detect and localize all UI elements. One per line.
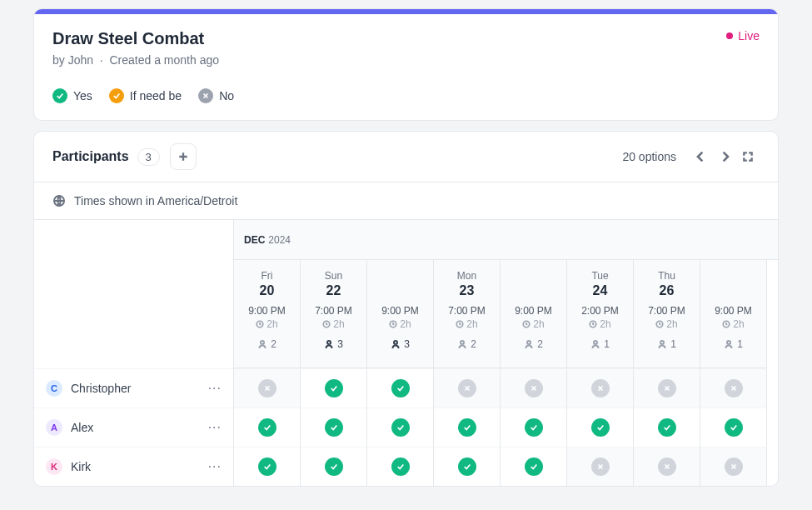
slot-dom: 22 bbox=[326, 283, 341, 298]
vote-cell[interactable] bbox=[634, 408, 700, 447]
check-icon bbox=[525, 418, 543, 437]
slot-header[interactable]: Thu 26 7:00 PM 2h 1 bbox=[634, 260, 700, 368]
vote-row bbox=[234, 368, 778, 408]
svg-point-12 bbox=[594, 341, 597, 344]
slot-count: 1 bbox=[657, 338, 676, 350]
slot-header[interactable]: 9:00 PM 2h 2 bbox=[501, 260, 567, 368]
vote-cell[interactable] bbox=[434, 447, 501, 486]
slot-duration: 2h bbox=[456, 318, 477, 330]
vote-cell[interactable] bbox=[434, 408, 501, 447]
vote-cell[interactable] bbox=[367, 408, 434, 447]
slot-dow: Fri bbox=[262, 270, 273, 282]
check-icon bbox=[725, 418, 743, 437]
check-icon bbox=[391, 418, 410, 437]
slot-time: 7:00 PM bbox=[448, 305, 486, 317]
participant-name: Alex bbox=[71, 421, 200, 434]
options-count: 20 options bbox=[622, 150, 676, 163]
check-icon bbox=[458, 418, 476, 437]
slot-count: 2 bbox=[257, 338, 276, 350]
check-icon bbox=[525, 458, 543, 476]
slots-column: DEC 2024 Fri 20 9:00 PM 2h 2 Sun 22 7:00… bbox=[234, 220, 778, 486]
participant-name: Christopher bbox=[71, 382, 200, 395]
slot-header[interactable]: Mon 23 7:00 PM 2h 2 bbox=[434, 260, 501, 368]
live-label: Live bbox=[738, 29, 760, 42]
x-icon bbox=[198, 88, 213, 103]
svg-point-8 bbox=[461, 341, 464, 344]
avatar: A bbox=[46, 419, 62, 436]
x-icon bbox=[458, 379, 476, 398]
vote-cell[interactable] bbox=[301, 408, 367, 447]
next-button[interactable] bbox=[713, 145, 736, 168]
check-icon bbox=[591, 418, 610, 437]
vote-cell[interactable] bbox=[501, 368, 567, 408]
vote-cell[interactable] bbox=[234, 447, 301, 486]
slot-duration: 2h bbox=[322, 318, 344, 330]
slot-time: 9:00 PM bbox=[515, 305, 552, 317]
legend-yes: Yes bbox=[52, 88, 92, 103]
vote-cell[interactable] bbox=[367, 368, 434, 408]
slot-time: 9:00 PM bbox=[248, 305, 286, 317]
check-icon bbox=[325, 418, 343, 437]
vote-cell[interactable] bbox=[700, 447, 767, 486]
slot-header[interactable]: Fri 20 9:00 PM 2h 2 bbox=[234, 260, 301, 368]
slot-count: 1 bbox=[590, 338, 610, 350]
add-participant-button[interactable] bbox=[170, 143, 197, 170]
slot-dom bbox=[531, 283, 535, 298]
slot-dow: Thu bbox=[658, 270, 675, 282]
slot-header[interactable]: Sun 22 7:00 PM 2h 3 bbox=[301, 260, 367, 368]
vote-cell[interactable] bbox=[567, 447, 634, 486]
more-button[interactable]: ··· bbox=[208, 459, 222, 474]
x-icon bbox=[658, 379, 676, 398]
slot-duration: 2h bbox=[256, 318, 277, 330]
slot-count: 2 bbox=[457, 338, 476, 350]
svg-point-4 bbox=[327, 341, 331, 344]
slot-dom: 24 bbox=[593, 283, 608, 298]
check-icon bbox=[325, 458, 343, 476]
slot-time: 9:00 PM bbox=[381, 305, 419, 317]
more-button[interactable]: ··· bbox=[208, 420, 222, 435]
vote-cell[interactable] bbox=[634, 368, 700, 408]
vote-cell[interactable] bbox=[567, 368, 634, 408]
slot-dom bbox=[398, 283, 401, 298]
timezone-row: Times shown in America/Detroit bbox=[34, 182, 778, 220]
vote-cell[interactable] bbox=[367, 447, 434, 486]
poll-title: Draw Steel Combat bbox=[52, 29, 760, 48]
expand-button[interactable] bbox=[736, 145, 760, 168]
slot-header[interactable]: 9:00 PM 2h 1 bbox=[700, 260, 767, 368]
slot-header[interactable]: Tue 24 2:00 PM 2h 1 bbox=[567, 260, 634, 368]
created-time: Created a month ago bbox=[110, 53, 220, 67]
vote-cell[interactable] bbox=[501, 447, 567, 486]
vote-cell[interactable] bbox=[301, 368, 367, 408]
x-icon bbox=[591, 458, 610, 476]
vote-cell[interactable] bbox=[234, 368, 301, 408]
participant-row: A Alex ··· bbox=[34, 408, 233, 447]
vote-cell[interactable] bbox=[700, 408, 767, 447]
slot-time: 7:00 PM bbox=[648, 305, 685, 317]
availability-grid: C Christopher ··· A Alex ··· K Kirk ··· … bbox=[34, 220, 778, 486]
more-button[interactable]: ··· bbox=[208, 381, 222, 396]
legend-no: No bbox=[198, 88, 234, 103]
vote-cell[interactable] bbox=[501, 408, 567, 447]
prev-button[interactable] bbox=[690, 145, 713, 168]
live-dot-icon bbox=[726, 32, 733, 39]
status-badge: Live bbox=[726, 29, 760, 42]
vote-legend: Yes If need be No bbox=[52, 88, 760, 103]
slot-dow: Sun bbox=[325, 270, 342, 282]
participants-card: Participants 3 20 options Times shown in… bbox=[33, 131, 779, 487]
check-icon bbox=[658, 418, 676, 437]
svg-point-14 bbox=[660, 341, 664, 344]
vote-cell[interactable] bbox=[567, 408, 634, 447]
slot-dow bbox=[532, 270, 535, 282]
vote-cell[interactable] bbox=[234, 408, 301, 447]
vote-cell[interactable] bbox=[700, 368, 767, 408]
poll-subtitle: by John · Created a month ago bbox=[52, 53, 760, 67]
slot-duration: 2h bbox=[389, 318, 411, 330]
month-row: DEC 2024 bbox=[234, 220, 778, 260]
vote-cell[interactable] bbox=[434, 368, 501, 408]
slot-header[interactable]: 9:00 PM 2h 3 bbox=[367, 260, 434, 368]
x-icon bbox=[258, 379, 276, 398]
vote-cell[interactable] bbox=[301, 447, 367, 486]
vote-cell[interactable] bbox=[634, 447, 700, 486]
slot-duration: 2h bbox=[655, 318, 677, 330]
timezone-label: Times shown in America/Detroit bbox=[74, 194, 237, 208]
